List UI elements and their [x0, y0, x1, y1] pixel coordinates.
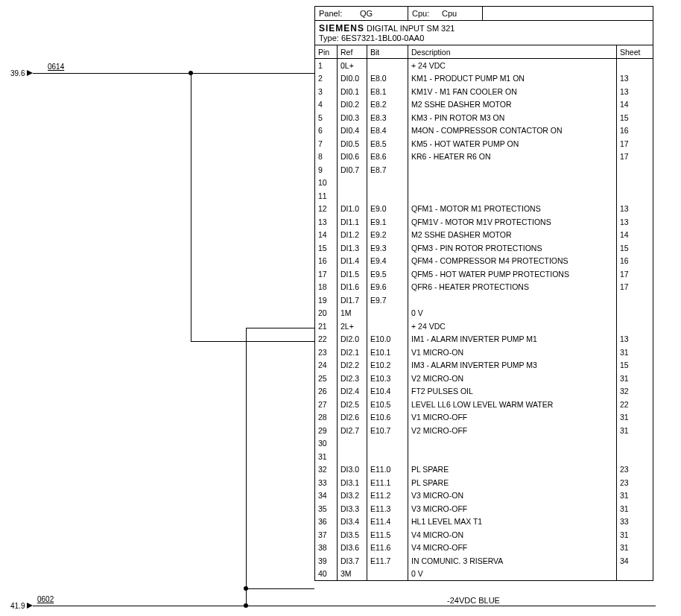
cell-sheet: 31 — [617, 372, 653, 385]
arrow-icon — [27, 70, 33, 76]
table-row: 403M0 V — [315, 568, 653, 581]
cell-ref: DI0.2 — [338, 98, 367, 112]
wire-source-top: 39.6 — [10, 69, 25, 77]
cell-bit: E8.4 — [367, 124, 408, 138]
table-row: 10 — [315, 177, 653, 190]
cell-ref: DI3.4 — [338, 515, 367, 529]
wire-vertical — [191, 73, 191, 341]
cell-sheet — [617, 177, 653, 190]
cell-bit: E10.4 — [367, 385, 408, 399]
cell-pin: 35 — [315, 502, 338, 515]
cell-desc: PL SPARE — [408, 463, 617, 477]
cell-ref: DI3.3 — [338, 502, 367, 515]
cell-desc: IM1 - ALARM INVERTER PUMP M1 — [408, 333, 617, 346]
wire-vertical — [246, 328, 247, 596]
table-row: 14DI1.2E9.2M2 SSHE DASHER MOTOR14 — [315, 229, 653, 242]
cell-sheet — [617, 437, 653, 451]
cell-sheet: 31 — [617, 346, 653, 359]
cell-ref: DI3.6 — [338, 542, 367, 555]
cell-sheet: 14 — [617, 229, 653, 242]
table-row: 23DI2.1E10.1V1 MICRO-ON31 — [315, 346, 653, 359]
cell-desc: + 24 VDC — [408, 59, 617, 72]
wire-vertical — [246, 596, 247, 606]
cell-ref: DI1.5 — [338, 267, 367, 281]
cell-ref: DI1.2 — [338, 229, 367, 242]
cell-bit: E8.7 — [367, 163, 408, 177]
cell-pin: 38 — [315, 542, 338, 555]
cell-sheet: 31 — [617, 542, 653, 555]
cell-bit: E11.0 — [367, 463, 408, 477]
cell-bit: E9.6 — [367, 281, 408, 294]
cell-sheet: 34 — [617, 554, 653, 568]
cell-desc: V3 MICRO-ON — [408, 489, 617, 503]
cell-ref: DI0.5 — [338, 137, 367, 150]
cell-bit: E11.1 — [367, 476, 408, 489]
cell-sheet: 13 — [617, 203, 653, 216]
brand-name: SIEMENS — [319, 23, 364, 34]
panel-header-row: Panel: QG Cpu: Cpu — [315, 7, 653, 21]
cell-desc: QFM1V - MOTOR M1V PROTECTIONS — [408, 215, 617, 229]
cell-ref: 2L+ — [338, 320, 367, 333]
cell-sheet: 31 — [617, 528, 653, 542]
cell-desc — [408, 437, 617, 451]
cell-sheet — [617, 450, 653, 463]
cell-desc: QFM3 - PIN ROTOR PROTECTIONS — [408, 241, 617, 255]
cell-pin: 17 — [315, 267, 338, 281]
cell-sheet: 16 — [617, 124, 653, 138]
cell-ref: DI1.3 — [338, 241, 367, 255]
cell-sheet: 13 — [617, 333, 653, 346]
table-row: 27DI2.5E10.5LEVEL LL6 LOW LEVEL WARM WAT… — [315, 398, 653, 411]
cell-desc: QFM4 - COMPRESSOR M4 PROTECTIONS — [408, 255, 617, 268]
cell-sheet — [617, 320, 653, 333]
table-row: 9DI0.7E8.7 — [315, 163, 653, 177]
cell-sheet — [617, 568, 653, 581]
pin-table: Pin Ref Bit Description Sheet 10L++ 24 V… — [315, 45, 653, 580]
cell-bit — [367, 307, 408, 320]
cell-ref: 1M — [338, 307, 367, 320]
cell-bit: E9.0 — [367, 203, 408, 216]
cell-ref — [338, 437, 367, 451]
cell-bit: E10.6 — [367, 411, 408, 425]
cell-desc: PL SPARE — [408, 476, 617, 489]
type-value: 6ES7321-1BL00-0AA0 — [341, 34, 424, 42]
module-title: DIGITAL INPUT SM 321 — [367, 24, 454, 33]
arrow-icon — [27, 603, 33, 609]
cell-bit: E9.4 — [367, 255, 408, 268]
ground-label: -24VDC BLUE — [447, 596, 500, 605]
cell-pin: 9 — [315, 163, 338, 177]
cell-ref: DI2.3 — [338, 372, 367, 385]
table-row: 3DI0.1E8.1KM1V - M1 FAN COOLER ON13 — [315, 85, 653, 98]
cell-pin: 32 — [315, 463, 338, 477]
cell-sheet: 32 — [617, 385, 653, 399]
cell-bit: E8.0 — [367, 72, 408, 86]
cell-sheet: 31 — [617, 502, 653, 515]
table-body: 10L++ 24 VDC2DI0.0E8.0KM1 - PRODUCT PUMP… — [315, 59, 653, 580]
cell-sheet — [617, 307, 653, 320]
cell-pin: 34 — [315, 489, 338, 503]
cell-pin: 20 — [315, 307, 338, 320]
table-row: 28DI2.6E10.6V1 MICRO-OFF31 — [315, 411, 653, 425]
table-row: 26DI2.4E10.4FT2 PULSES OIL32 — [315, 385, 653, 399]
cell-sheet: 13 — [617, 72, 653, 86]
cell-bit: E9.2 — [367, 229, 408, 242]
wire-horizontal — [33, 73, 314, 74]
table-row: 18DI1.6E9.6QFR6 - HEATER PROTECTIONS17 — [315, 281, 653, 294]
cell-sheet: 22 — [617, 398, 653, 411]
cell-sheet: 31 — [617, 411, 653, 425]
cell-desc: M2 SSHE DASHER MOTOR — [408, 229, 617, 242]
cell-pin: 30 — [315, 437, 338, 451]
cell-bit: E11.6 — [367, 542, 408, 555]
cell-pin: 29 — [315, 424, 338, 437]
cell-pin: 4 — [315, 98, 338, 112]
cell-bit: E10.5 — [367, 398, 408, 411]
cell-bit: E11.3 — [367, 502, 408, 515]
cell-bit: E11.4 — [367, 515, 408, 529]
cell-sheet: 33 — [617, 515, 653, 529]
cell-desc: + 24 VDC — [408, 320, 617, 333]
cell-ref: DI1.7 — [338, 293, 367, 307]
table-row: 11 — [315, 189, 653, 203]
cell-pin: 11 — [315, 189, 338, 203]
table-row: 34DI3.2E11.2V3 MICRO-ON31 — [315, 489, 653, 503]
cell-ref: DI0.1 — [338, 85, 367, 98]
wire-horizontal — [246, 588, 314, 589]
